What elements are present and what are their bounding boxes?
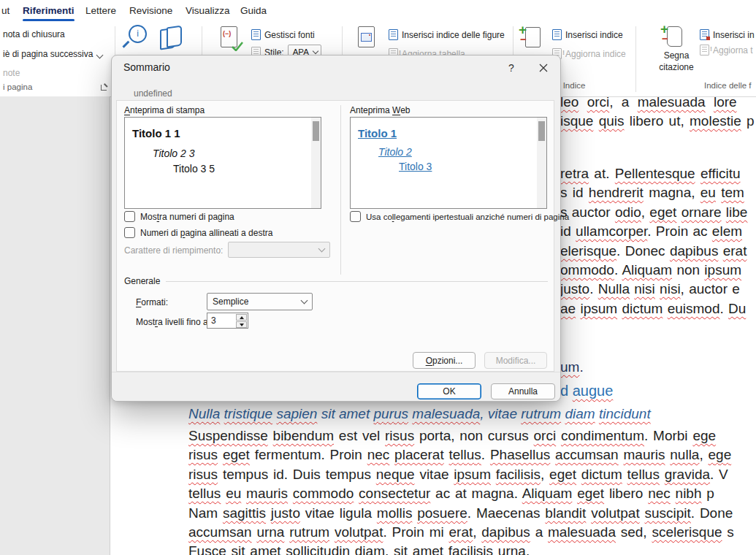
cancel-button[interactable]: Annulla xyxy=(491,383,555,399)
ribbon-tab-revisione[interactable]: Revisione xyxy=(129,0,172,22)
right-align-numbers-checkbox[interactable] xyxy=(124,227,135,238)
scrollbar-thumb[interactable] xyxy=(538,121,545,141)
misspelled-word: tellus xyxy=(188,486,221,501)
insert-figures-index-button[interactable]: Inserisci indice delle figure xyxy=(389,29,505,40)
dialog-tab-strip: undefined xyxy=(124,85,182,102)
misspelled-word: ipsum xyxy=(454,467,491,482)
misspelled-word: Nulla xyxy=(188,406,220,421)
misspelled-word: Aliquam xyxy=(622,262,672,278)
ribbon-tab-guida[interactable]: Guida xyxy=(240,0,267,22)
formats-select[interactable]: Semplice xyxy=(207,293,313,310)
misspelled-word: diam xyxy=(565,406,595,421)
insert-citation-icon[interactable]: (−) xyxy=(221,26,241,51)
misspelled-word: eget xyxy=(649,204,676,220)
dialog-tab-indice[interactable]: undefined xyxy=(124,85,182,102)
right-align-numbers-row[interactable]: Numeri di pagina allineati a destra xyxy=(124,227,272,238)
misspelled-word: erat xyxy=(723,243,747,259)
misspelled-word: volutpat xyxy=(335,524,383,540)
misspelled-word: retra xyxy=(560,166,589,181)
researcher-icon[interactable] xyxy=(159,26,183,48)
use-hyperlinks-checkbox[interactable] xyxy=(350,211,361,222)
misspelled-word: facilisis xyxy=(496,467,541,482)
web-preview-scrollbar[interactable] xyxy=(537,118,546,208)
misspelled-word: odio xyxy=(615,204,641,220)
insert-endnote-button[interactable]: nota di chiusura xyxy=(3,29,65,39)
misspelled-word: dictum xyxy=(581,467,622,482)
triangle-up-icon xyxy=(240,316,244,319)
dialog-title: Sommario xyxy=(123,61,170,73)
misspelled-word: sollicitudin xyxy=(286,543,350,555)
misspelled-word: eget xyxy=(577,486,604,501)
misspelled-word: ullamcorper xyxy=(576,223,647,239)
close-icon xyxy=(539,64,548,72)
misspelled-word: Pellentesque xyxy=(615,166,695,181)
print-preview-item: Titolo 2 3 xyxy=(153,148,321,159)
print-preview-scrollbar[interactable] xyxy=(311,118,321,208)
use-hyperlinks-row[interactable]: Usa collegamenti ipertestuali anziché nu… xyxy=(350,211,569,222)
misspelled-word: justo xyxy=(560,281,589,296)
show-levels-spinner[interactable]: 3 xyxy=(207,313,248,329)
document-body-paragraph: Suspendisse bibendum est vel risus porta… xyxy=(188,426,756,555)
spinner-down-button[interactable] xyxy=(236,321,247,328)
misspelled-word: Nulla xyxy=(598,281,630,296)
misspelled-word: dapibus xyxy=(670,243,719,259)
document-canvas-margin xyxy=(0,96,110,555)
misspelled-word: eu xyxy=(700,185,716,200)
misspelled-word: nisi xyxy=(634,281,655,296)
next-footnote-button[interactable]: iè di pagina successiva xyxy=(3,49,93,59)
misspelled-word: sagittis xyxy=(223,505,266,521)
web-preview-item: Titolo 1 xyxy=(358,127,546,139)
misspelled-word: erat xyxy=(448,524,473,540)
document-text-line: id ullamcorper. Proin ac elem xyxy=(560,223,742,240)
print-preview-item: Titolo 3 5 xyxy=(173,163,321,175)
ok-button[interactable]: OK xyxy=(417,383,481,399)
sommario-dialog: Sommario ? undefined Anteprima di stampa… xyxy=(111,55,561,402)
group-rule xyxy=(166,281,548,282)
options-button[interactable]: Opzioni... xyxy=(413,352,476,369)
misspelled-word: tellus xyxy=(627,467,660,482)
misspelled-word: dictum xyxy=(622,301,663,316)
misspelled-word: Aliquam xyxy=(522,486,573,501)
misspelled-word: elerisque xyxy=(560,243,616,259)
misspelled-word: rutrum xyxy=(289,524,329,540)
modify-button: Modifica... xyxy=(484,352,547,369)
ribbon-tab-visualizza[interactable]: Visualizza xyxy=(186,0,230,22)
heading-fragment: d augue xyxy=(560,383,613,399)
heading-fragment: um. xyxy=(560,359,584,375)
show-page-numbers-row[interactable]: Mostra numeri di pagina xyxy=(124,211,234,222)
misspelled-word: justo xyxy=(271,505,300,521)
document-text-line: leo orci, a malesuada lore xyxy=(560,94,737,110)
misspelled-word: rutrum xyxy=(521,406,561,421)
misspelled-word: suscipit xyxy=(644,505,690,521)
document-subheading: Nulla tristique sapien sit amet purus ma… xyxy=(188,406,651,422)
insert-caption-icon[interactable] xyxy=(358,26,377,50)
misspelled-word: Suspendisse xyxy=(188,428,268,443)
manage-sources-button[interactable]: Gestisci fonti xyxy=(251,29,315,40)
misspelled-word: accumsan xyxy=(555,447,619,462)
show-page-numbers-checkbox[interactable] xyxy=(124,211,135,222)
ribbon-tab-riferimenti[interactable]: Riferimenti xyxy=(23,0,75,22)
misspelled-word: tellus xyxy=(449,447,481,462)
misspelled-word: commodo xyxy=(293,486,354,501)
document-text-line: elerisque. Donec dapibus erat xyxy=(560,243,747,259)
dialog-button-bar: OK Annulla xyxy=(112,372,560,401)
misspelled-word: libe xyxy=(726,204,748,220)
misspelled-word: malesuada xyxy=(638,94,706,110)
help-button[interactable]: ? xyxy=(503,60,519,76)
print-preview-box[interactable]: Titolo 1 1Titolo 2 3Titolo 3 5 xyxy=(124,117,321,209)
misspelled-word: um xyxy=(560,359,579,375)
ribbon-tab-lettere[interactable]: Lettere xyxy=(85,0,116,22)
spinner-up-button[interactable] xyxy=(236,314,247,321)
insert-index-big-icon[interactable]: +− xyxy=(519,25,542,53)
misspelled-word: placerat xyxy=(394,447,444,462)
dialog-launcher-icon[interactable] xyxy=(101,83,109,91)
close-button[interactable] xyxy=(534,60,553,76)
magnifier-handle xyxy=(122,41,129,48)
misspelled-word: orci xyxy=(534,428,557,443)
misspelled-word: scelerisque xyxy=(652,524,722,540)
web-preview-box[interactable]: Titolo 1Titolo 2Titolo 3 xyxy=(350,117,547,209)
scrollbar-thumb[interactable] xyxy=(313,121,319,141)
document-text-line: ae ipsum dictum euismod. Du xyxy=(560,301,746,317)
smart-lookup-icon[interactable]: i xyxy=(123,25,148,50)
ribbon-tab-ut[interactable]: ut xyxy=(1,0,9,22)
